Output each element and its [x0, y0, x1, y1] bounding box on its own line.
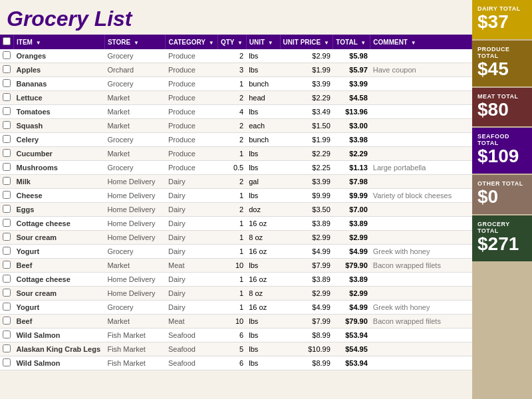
th-comment[interactable]: COMMENT ▼: [370, 35, 472, 49]
other-total-card: OTHER TOTAL $0: [472, 175, 532, 214]
store-cell: Home Delivery: [104, 231, 166, 245]
table-row: BananasGroceryProduce1bunch$3.99$3.99: [0, 77, 472, 91]
table-header-row: ITEM ▼ STORE ▼ CATEGORY ▼ QTY ▼ UNIT ▼ U…: [0, 35, 472, 49]
qty-cell: 1: [217, 287, 246, 301]
unit_price-cell: $3.89: [280, 217, 333, 231]
qty-cell: 10: [217, 259, 246, 273]
total-cell: $1.13: [333, 161, 370, 175]
category-cell: Seafood: [166, 356, 217, 370]
store-cell: Grocery: [104, 161, 166, 175]
comment-cell: [370, 356, 472, 370]
category-cell: Dairy: [166, 273, 217, 287]
item-cell: Cottage cheese: [14, 273, 105, 287]
row-checkbox[interactable]: [3, 247, 11, 255]
category-sort-icon: ▼: [209, 40, 214, 46]
unit-cell: each: [246, 119, 280, 133]
unit_price-cell: $1.50: [280, 119, 333, 133]
unit_price-cell: $7.99: [280, 315, 333, 329]
total-cell: $3.89: [333, 217, 370, 231]
unit-cell: bunch: [246, 133, 280, 147]
row-checkbox[interactable]: [3, 261, 11, 269]
row-checkbox[interactable]: [3, 121, 11, 129]
row-checkbox[interactable]: [3, 358, 11, 366]
qty-cell: 2: [217, 49, 246, 63]
table-container[interactable]: ITEM ▼ STORE ▼ CATEGORY ▼ QTY ▼ UNIT ▼ U…: [0, 35, 472, 399]
unit-cell: 16 oz: [246, 217, 280, 231]
row-checkbox[interactable]: [3, 191, 11, 199]
row-checkbox[interactable]: [3, 331, 11, 338]
row-checkbox[interactable]: [3, 303, 11, 311]
row-checkbox[interactable]: [3, 51, 11, 59]
unit_price-cell: $8.99: [280, 329, 333, 342]
qty-cell: 1: [217, 217, 246, 231]
th-qty[interactable]: QTY ▼: [217, 35, 246, 49]
th-item[interactable]: ITEM ▼: [14, 35, 105, 49]
item-cell: Lettuce: [14, 91, 105, 105]
page-title: Grocery List: [7, 7, 466, 31]
row-checkbox[interactable]: [3, 65, 11, 73]
th-store[interactable]: STORE ▼: [104, 35, 166, 49]
table-row: OrangesGroceryProduce2lbs$2.99$5.98: [0, 49, 472, 63]
th-check[interactable]: [0, 35, 14, 49]
table-row: Sour creamHome DeliveryDairy18 oz$2.99$2…: [0, 287, 472, 301]
table-row: Wild SalmonFish MarketSeafood6lbs$8.99$5…: [0, 329, 472, 342]
row-checkbox[interactable]: [3, 149, 11, 157]
row-checkbox[interactable]: [3, 289, 11, 297]
table-row: BeefMarketMeat10lbs$7.99$79.90Bacon wrap…: [0, 259, 472, 273]
comment-cell: [370, 175, 472, 189]
row-checkbox[interactable]: [3, 205, 11, 213]
row-checkbox[interactable]: [3, 219, 11, 227]
category-cell: Produce: [166, 133, 217, 147]
grocery-total-label: GROCERY TOTAL: [477, 221, 527, 234]
row-checkbox[interactable]: [3, 233, 11, 241]
dairy-total-card: DAIRY TOTAL $37: [472, 0, 532, 39]
unit-price-sort-icon: ▼: [324, 40, 329, 46]
qty-cell: 1: [217, 245, 246, 259]
comment-cell: Greek with honey: [370, 245, 472, 259]
th-category[interactable]: CATEGORY ▼: [166, 35, 217, 49]
th-unit-price[interactable]: UNIT PRICE ▼: [280, 35, 333, 49]
item-cell: Bananas: [14, 77, 105, 91]
comment-sort-icon: ▼: [411, 40, 416, 46]
store-cell: Grocery: [104, 77, 166, 91]
produce-total-card: PRODUCE TOTAL $45: [472, 41, 532, 86]
qty-cell: 2: [217, 175, 246, 189]
total-cell: $3.98: [333, 133, 370, 147]
row-checkbox[interactable]: [3, 107, 11, 115]
store-cell: Home Delivery: [104, 175, 166, 189]
store-cell: Fish Market: [104, 356, 166, 370]
item-cell: Beef: [14, 315, 105, 329]
row-checkbox[interactable]: [3, 275, 11, 283]
row-checkbox[interactable]: [3, 317, 11, 325]
header: Grocery List: [0, 0, 472, 35]
comment-cell: [370, 287, 472, 301]
row-checkbox[interactable]: [3, 79, 11, 87]
category-cell: Dairy: [166, 203, 217, 217]
row-checkbox[interactable]: [3, 135, 11, 143]
comment-cell: [370, 77, 472, 91]
table-row: YogurtGroceryDairy116 oz$4.99$4.99Greek …: [0, 301, 472, 315]
comment-cell: [370, 329, 472, 342]
th-unit[interactable]: UNIT ▼: [246, 35, 280, 49]
select-all-checkbox[interactable]: [3, 37, 11, 45]
comment-cell: Variety of block cheeses: [370, 189, 472, 203]
th-total[interactable]: TOTAL ▼: [333, 35, 370, 49]
table-row: Wild SalmonFish MarketSeafood6lbs$8.99$5…: [0, 356, 472, 370]
table-row: Cottage cheeseHome DeliveryDairy116 oz$3…: [0, 217, 472, 231]
table-row: MilkHome DeliveryDairy2gal$3.99$7.98: [0, 175, 472, 189]
unit_price-cell: $7.99: [280, 259, 333, 273]
table-row: Sour creamHome DeliveryDairy18 oz$2.99$2…: [0, 231, 472, 245]
row-checkbox[interactable]: [3, 163, 11, 171]
category-cell: Produce: [166, 91, 217, 105]
row-checkbox[interactable]: [3, 93, 11, 101]
unit-cell: lbs: [246, 259, 280, 273]
row-checkbox[interactable]: [3, 177, 11, 185]
row-checkbox[interactable]: [3, 344, 11, 352]
total-cell: $3.99: [333, 77, 370, 91]
unit-cell: lbs: [246, 342, 280, 356]
seafood-total-label: SEAFOOD TOTAL: [477, 133, 527, 146]
store-cell: Market: [104, 91, 166, 105]
store-cell: Home Delivery: [104, 217, 166, 231]
store-cell: Grocery: [104, 49, 166, 63]
unit-cell: doz: [246, 203, 280, 217]
